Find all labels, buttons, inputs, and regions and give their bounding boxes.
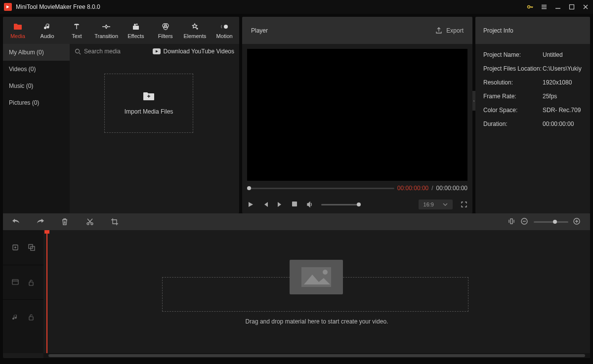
maximize-icon[interactable] — [568, 3, 575, 10]
svg-rect-24 — [29, 282, 33, 285]
tab-effects[interactable]: Effects — [121, 17, 151, 44]
tab-label: Text — [72, 33, 82, 39]
split-icon[interactable] — [86, 218, 94, 226]
search-input[interactable]: Search media — [75, 48, 148, 55]
next-frame-icon[interactable] — [277, 201, 284, 208]
key-icon[interactable] — [527, 3, 534, 10]
tab-label: Media — [10, 33, 25, 39]
svg-point-8 — [197, 28, 198, 29]
tab-audio[interactable]: Audio — [33, 17, 62, 44]
menu-icon[interactable] — [541, 3, 548, 10]
youtube-icon — [153, 48, 161, 54]
export-icon — [435, 27, 442, 34]
play-icon[interactable] — [247, 201, 254, 208]
volume-icon[interactable] — [306, 201, 313, 208]
zoom-in-icon[interactable] — [573, 218, 581, 226]
tab-bar: Media Audio Text Transition Effects Filt… — [3, 17, 239, 44]
svg-rect-25 — [29, 317, 33, 320]
download-youtube-button[interactable]: Download YouTube Videos — [153, 48, 234, 55]
info-value: 25fps — [543, 93, 557, 100]
tab-label: Elements — [183, 33, 206, 39]
timeline-panel: Drag and drop material here to start cre… — [3, 213, 590, 358]
info-value: Untitled — [543, 51, 563, 58]
sidebar-item-my-album[interactable]: My Album (0) — [3, 44, 70, 61]
project-info-panel: › Project Info Project Name:Untitled Pro… — [475, 17, 590, 213]
text-icon — [72, 22, 81, 31]
import-media-button[interactable]: Import Media Files — [104, 74, 193, 133]
timeline-tracks[interactable]: Drag and drop material here to start cre… — [43, 230, 590, 353]
overlay-icon[interactable] — [28, 244, 35, 251]
info-label: Frame Rate: — [483, 93, 543, 100]
svg-rect-1 — [570, 5, 574, 9]
info-label: Duration: — [483, 121, 543, 127]
minimize-icon[interactable] — [554, 3, 561, 10]
svg-point-10 — [76, 49, 80, 53]
chevron-down-icon — [443, 203, 448, 206]
volume-slider[interactable] — [321, 204, 361, 205]
info-value: 1920x1080 — [543, 79, 572, 86]
lock-icon[interactable] — [28, 314, 35, 321]
timeline-track-headers — [3, 230, 43, 353]
sidebar-item-music[interactable]: Music (0) — [3, 78, 70, 94]
audio-track-icon[interactable] — [12, 314, 19, 321]
svg-point-0 — [528, 6, 530, 8]
player-progress[interactable] — [247, 188, 394, 189]
sidebar-item-videos[interactable]: Videos (0) — [3, 61, 70, 78]
info-label: Project Files Location: — [483, 65, 543, 72]
tab-media[interactable]: Media — [3, 17, 33, 44]
tab-label: Transition — [94, 33, 118, 39]
svg-point-9 — [224, 25, 228, 29]
svg-point-27 — [323, 270, 328, 275]
total-time: 00:00:00:00 — [436, 185, 467, 192]
playhead[interactable] — [46, 230, 47, 353]
motion-icon — [220, 22, 229, 31]
project-info-title: Project Info — [475, 17, 590, 44]
info-value: C:\Users\Yukiy — [543, 65, 582, 72]
svg-rect-17 — [510, 219, 512, 224]
svg-point-16 — [91, 223, 93, 225]
zoom-slider[interactable] — [534, 221, 568, 223]
tab-motion[interactable]: Motion — [210, 17, 239, 44]
zoom-out-icon[interactable] — [521, 218, 529, 226]
zoom-fit-icon[interactable] — [508, 218, 516, 226]
export-label: Export — [446, 27, 464, 34]
svg-rect-2 — [133, 26, 139, 30]
sidebar-item-pictures[interactable]: Pictures (0) — [3, 94, 70, 111]
video-track-icon[interactable] — [12, 279, 19, 286]
player-preview[interactable] — [247, 49, 467, 181]
svg-point-15 — [87, 223, 89, 225]
tab-filters[interactable]: Filters — [151, 17, 180, 44]
close-icon[interactable] — [582, 3, 589, 10]
add-track-icon[interactable] — [12, 244, 19, 251]
crop-icon[interactable] — [111, 218, 119, 226]
export-button[interactable]: Export — [435, 27, 464, 34]
info-label: Project Name: — [483, 51, 543, 58]
redo-icon[interactable] — [37, 218, 44, 226]
app-logo — [4, 3, 12, 11]
timeline-scrollbar[interactable] — [43, 353, 590, 358]
svg-point-3 — [134, 24, 136, 26]
elements-icon — [190, 22, 199, 31]
svg-rect-23 — [12, 280, 18, 284]
player-panel: Player Export 00:00:00:00 / 00:00:00:00 … — [242, 17, 472, 213]
aspect-ratio-select[interactable]: 16:9 — [419, 200, 453, 209]
delete-icon[interactable] — [61, 218, 69, 226]
tab-text[interactable]: Text — [62, 17, 92, 44]
tab-elements[interactable]: Elements — [180, 17, 210, 44]
undo-icon[interactable] — [12, 218, 20, 226]
media-sidebar: My Album (0) Videos (0) Music (0) Pictur… — [3, 44, 70, 213]
fullscreen-icon[interactable] — [461, 201, 467, 208]
tab-label: Motion — [216, 33, 233, 39]
placeholder-thumbnail — [290, 260, 343, 294]
media-panel: Media Audio Text Transition Effects Filt… — [3, 17, 239, 213]
svg-rect-14 — [292, 202, 297, 206]
tab-transition[interactable]: Transition — [91, 17, 121, 44]
collapse-panel-icon[interactable]: › — [472, 91, 475, 111]
prev-frame-icon[interactable] — [262, 201, 269, 208]
time-separator: / — [431, 185, 433, 192]
lock-icon[interactable] — [28, 279, 35, 286]
folder-icon — [13, 22, 22, 31]
app-title: MiniTool MovieMaker Free 8.0.0 — [16, 3, 527, 10]
stop-icon[interactable] — [292, 201, 298, 208]
info-value: 00:00:00:00 — [543, 121, 574, 127]
